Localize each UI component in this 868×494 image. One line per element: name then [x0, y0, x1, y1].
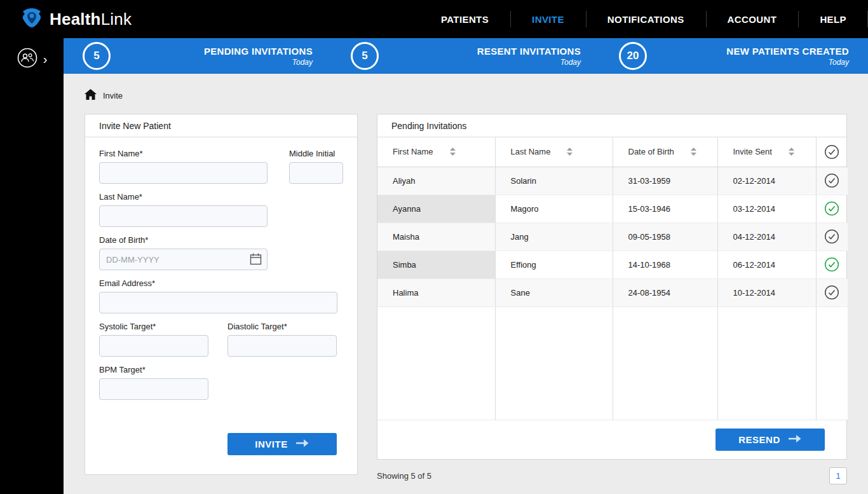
diastolic-target-label: Diastolic Target* [227, 322, 337, 331]
invite-new-patient-card: Invite New Patient First Name* Middle In… [85, 114, 358, 475]
stats-bar: 5 PENDING INVITATIONS Today 5 RESENT INV… [64, 38, 868, 74]
last-name-field[interactable] [99, 205, 268, 227]
stat-new-patients: 20 NEW PATIENTS CREATED Today [600, 42, 868, 70]
arrow-right-icon [295, 439, 309, 449]
stat-count-badge: 5 [351, 42, 379, 70]
showing-count-text: Showing 5 of 5 [377, 471, 431, 481]
resend-button[interactable]: RESEND [715, 429, 825, 451]
pagination-page-1[interactable]: 1 [829, 467, 847, 484]
home-icon[interactable] [85, 89, 97, 102]
nav-item-help[interactable]: HELP [798, 0, 868, 38]
stat-label: NEW PATIENTS CREATED [726, 46, 849, 57]
diastolic-target-field[interactable] [227, 335, 337, 357]
left-sidebar: › [0, 38, 64, 494]
status-check-icon[interactable] [817, 201, 848, 216]
email-address-label: Email Address* [99, 278, 343, 288]
table-row[interactable]: Aliyah Solarin 31-03-1959 02-12-2014 [377, 167, 848, 195]
table-row[interactable]: Simba Effiong 14-10-1968 06-12-2014 [377, 250, 848, 278]
breadcrumb-label[interactable]: Invite [103, 91, 123, 100]
brand-name: HealthLink [50, 10, 132, 29]
table-card-title: Pending Invitations [377, 114, 846, 137]
first-name-field[interactable] [99, 162, 268, 184]
middle-initial-label: Middle Initial [289, 149, 343, 158]
main-nav: PATIENTS INVITE NOTIFICATIONS ACCOUNT HE… [419, 0, 868, 38]
date-of-birth-label: Date of Birth* [99, 235, 343, 245]
status-check-icon[interactable] [817, 257, 848, 272]
column-header-status[interactable] [816, 137, 848, 167]
systolic-target-label: Systolic Target* [99, 322, 208, 331]
stat-label: RESENT INVITATIONS [477, 46, 581, 57]
systolic-target-field[interactable] [99, 335, 208, 357]
date-of-birth-field[interactable] [99, 249, 268, 270]
status-check-icon[interactable] [817, 285, 848, 300]
patients-group-icon[interactable] [17, 47, 38, 71]
stat-sublabel: Today [726, 58, 849, 67]
status-check-icon[interactable] [817, 173, 848, 188]
healthlink-logo-icon [20, 6, 43, 32]
column-header-last-name[interactable]: Last Name [495, 137, 613, 167]
email-address-field[interactable] [99, 292, 337, 313]
stat-sublabel: Today [204, 58, 313, 67]
sort-icon[interactable] [789, 148, 794, 156]
nav-item-patients[interactable]: PATIENTS [419, 0, 510, 38]
pending-invitations-card: Pending Invitations First Name [377, 114, 847, 460]
bpm-target-label: BPM Target* [99, 365, 343, 374]
column-header-first-name[interactable]: First Name [377, 137, 495, 167]
stat-count-badge: 5 [83, 42, 111, 70]
column-header-date-of-birth[interactable]: Date of Birth [613, 137, 717, 167]
invite-button[interactable]: INVITE [227, 433, 337, 455]
sidebar-expand-chevron-icon[interactable]: › [43, 53, 48, 65]
table-row[interactable]: Maisha Jang 09-05-1958 04-12-2014 [377, 223, 848, 250]
nav-item-notifications[interactable]: NOTIFICATIONS [586, 0, 706, 38]
stat-pending-invitations: 5 PENDING INVITATIONS Today [64, 42, 332, 70]
calendar-icon[interactable] [250, 253, 262, 268]
stat-sublabel: Today [477, 58, 581, 67]
brand[interactable]: HealthLink [20, 6, 132, 32]
bpm-target-field[interactable] [99, 378, 208, 400]
stat-count-badge: 20 [619, 42, 647, 70]
pending-invitations-table: First Name Last Name [377, 137, 848, 420]
column-header-invite-sent[interactable]: Invite Sent [717, 137, 816, 167]
nav-item-invite[interactable]: INVITE [510, 0, 586, 38]
nav-item-account[interactable]: ACCOUNT [706, 0, 799, 38]
first-name-label: First Name* [99, 149, 268, 158]
stat-resent-invitations: 5 RESENT INVITATIONS Today [332, 42, 600, 70]
select-all-check-icon[interactable] [817, 144, 848, 160]
arrow-right-icon [788, 434, 802, 445]
last-name-label: Last Name* [99, 192, 343, 202]
sort-icon[interactable] [450, 148, 456, 156]
middle-initial-field[interactable] [289, 162, 343, 184]
sort-icon[interactable] [691, 148, 696, 156]
table-row[interactable]: Halima Sane 24-08-1954 10-12-2014 [377, 278, 848, 306]
form-card-title: Invite New Patient [85, 114, 357, 137]
sort-icon[interactable] [567, 148, 573, 156]
breadcrumb: Invite [85, 89, 847, 102]
status-check-icon[interactable] [817, 229, 848, 244]
table-empty-space [377, 306, 848, 420]
stat-label: PENDING INVITATIONS [204, 46, 313, 57]
top-nav: HealthLink PATIENTS INVITE NOTIFICATIONS… [0, 0, 868, 38]
table-row[interactable]: Ayanna Magoro 15-03-1946 03-12-2014 [377, 195, 848, 223]
